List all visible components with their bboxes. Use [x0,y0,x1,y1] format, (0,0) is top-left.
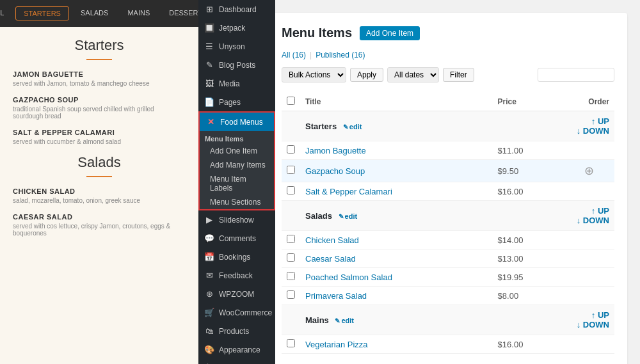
preview-tab-desserts[interactable]: DESSERTS [161,6,198,20]
salads-edit-link[interactable]: ✎edit [339,212,358,220]
title-header: Title [300,93,493,111]
list-item: CAESAR SALAD served with cos lettuce, cr… [13,213,186,237]
preview-item-desc: served with cucumber & almond salad [13,138,186,145]
sidebar-item-jetpack[interactable]: 🔲 Jetpack [198,19,275,37]
mains-order-down[interactable]: ↓ DOWN [568,320,609,329]
slideshow-icon: ▶ [204,215,215,225]
mains-edit-link[interactable]: ✎edit [335,317,354,324]
table-row: Caesar Salad $13.00 [282,249,614,268]
food-menus-section: ✕ Food Menus Menu Items Add One Item Add… [198,111,275,210]
salads-order-down[interactable]: ↓ DOWN [568,216,609,225]
sidebar-item-label: Products [219,327,249,336]
starters-order-cell: ↑ UP ↓ DOWN [563,111,614,141]
pencil-icon: ✎ [335,317,340,324]
submenu-menu-item-labels[interactable]: Menu Item Labels [200,172,274,195]
preview-header: ALL STARTERS SALADS MAINS DESSERTS [0,0,198,27]
preview-item-name: CHICKEN SALAD [13,187,186,195]
pencil-icon: ✎ [339,213,344,220]
table-row: Chicken Salad $14.00 [282,231,614,249]
preview-tab-mains[interactable]: MAINS [120,6,157,20]
sidebar-item-woocommerce[interactable]: 🛒 WooCommerce [198,303,275,322]
sidebar-item-unyson[interactable]: ☰ Unyson [198,37,275,56]
search-input[interactable] [538,68,614,82]
price-header: Price [493,93,563,111]
sidebar-item-pages[interactable]: 📄 Pages [198,93,275,111]
preview-item-name: JAMON BAGUETTE [13,70,186,78]
bulk-actions-select[interactable]: Bulk Actions [282,67,346,83]
preview-tab-salads[interactable]: SALADS [73,6,116,20]
sidebar-item-blog-posts[interactable]: ✎ Blog Posts [198,56,275,74]
preview-tab-all[interactable]: ALL [0,6,12,20]
item-checkbox-primavera[interactable] [287,290,295,299]
list-item: GAZPACHO SOUP traditional Spanish soup s… [13,96,186,120]
table-row: Salt & Pepper Calamari $16.00 [282,182,614,201]
list-item: JAMON BAGUETTE served with Jamon, tomato… [13,70,186,87]
item-link-poached[interactable]: Poached Salmon Salad [305,273,392,282]
item-link-gazpacho[interactable]: Gazpacho Soup [305,166,365,176]
starters-order-up[interactable]: ↑ UP [568,116,609,126]
salads-order-up[interactable]: ↑ UP [568,206,609,216]
sidebar-item-appearance[interactable]: 🎨 Appearance [198,340,275,359]
item-price-calamari: $16.00 [493,182,563,201]
sidebar-item-plugins[interactable]: 🔌 Plugins [198,359,275,364]
move-icon[interactable]: ⊕ [584,164,594,177]
unyson-icon: ☰ [204,42,215,51]
pencil-icon: ✎ [343,123,348,131]
submenu-add-many-items[interactable]: Add Many Items [200,158,274,172]
sidebar-item-label: Unyson [219,42,245,51]
restaurant-preview: ALL STARTERS SALADS MAINS DESSERTS Start… [0,0,198,364]
submenu-menu-sections[interactable]: Menu Sections [200,195,274,209]
submenu-label: Menu Items [200,131,274,144]
content-inner: Menu Items Add One Item All (16) | Publi… [269,13,627,364]
starters-edit-link[interactable]: ✎edit [343,123,362,131]
item-checkbox-poached[interactable] [287,272,295,280]
item-link-jamon[interactable]: Jamon Baguette [305,146,366,155]
sidebar-item-feedback[interactable]: ✉ Feedback [198,266,275,285]
sidebar-item-bookings[interactable]: 📅 Bookings [198,248,275,266]
item-link-caesar[interactable]: Caesar Salad [305,254,356,264]
all-dates-select[interactable]: All dates [387,67,439,83]
item-link-chicken-salad[interactable]: Chicken Salad [305,235,359,245]
pages-icon: 📄 [204,97,215,107]
comments-icon: 💬 [204,233,215,243]
table-row: Primavera Salad $8.00 [282,287,614,305]
item-link-primavera[interactable]: Primavera Salad [305,291,367,301]
item-checkbox-gazpacho[interactable] [287,166,295,174]
apply-button[interactable]: Apply [350,68,383,82]
item-checkbox-veg-pizza[interactable] [287,339,295,347]
sidebar-item-wpzoom[interactable]: ⊛ WPZOOM [198,285,275,303]
page-header: Menu Items Add One Item [282,26,614,40]
mains-order-up[interactable]: ↑ UP [568,310,609,320]
sidebar-item-media[interactable]: 🖼 Media [198,74,275,93]
item-link-calamari[interactable]: Salt & Pepper Calamari [305,187,392,196]
item-link-veg-pizza[interactable]: Vegetarian Pizza [305,340,368,349]
starters-order-down[interactable]: ↓ DOWN [568,126,609,136]
item-checkbox-caesar[interactable] [287,253,295,262]
item-checkbox-jamon[interactable] [287,145,295,154]
filter-all[interactable]: All (16) [282,51,306,59]
sidebar-item-food-menus[interactable]: ✕ Food Menus [200,113,274,131]
sidebar-item-dashboard[interactable]: ⊞ Dashboard [198,0,275,19]
item-price-caesar: $13.00 [493,249,563,268]
table-row-highlight: Gazpacho Soup $9.50 ⊕ [282,160,614,182]
sidebar-item-label: Pages [219,98,241,107]
sidebar-item-label: Blog Posts [219,61,255,70]
sidebar-item-label: Appearance [219,345,260,354]
add-item-button[interactable]: Add One Item [360,26,420,40]
submenu-add-one-item[interactable]: Add One Item [200,144,274,158]
item-checkbox-chicken-salad[interactable] [287,235,295,243]
sidebar-item-slideshow[interactable]: ▶ Slideshow [198,210,275,229]
item-price-jamon: $11.00 [493,141,563,160]
feedback-icon: ✉ [204,271,215,280]
dashboard-icon: ⊞ [204,4,215,14]
select-all-checkbox[interactable] [287,97,295,105]
mains-order-cell: ↑ UP ↓ DOWN [563,305,614,335]
filter-button[interactable]: Filter [443,68,474,82]
sidebar-item-products[interactable]: 🛍 Products [198,322,275,340]
food-menus-icon: ✕ [205,117,216,127]
preview-tab-starters[interactable]: STARTERS [15,6,69,20]
item-checkbox-calamari[interactable] [287,186,295,194]
sidebar-item-comments[interactable]: 💬 Comments [198,229,275,248]
main-content: Menu Items Add One Item All (16) | Publi… [256,0,640,364]
filter-published[interactable]: Published (16) [316,51,365,59]
